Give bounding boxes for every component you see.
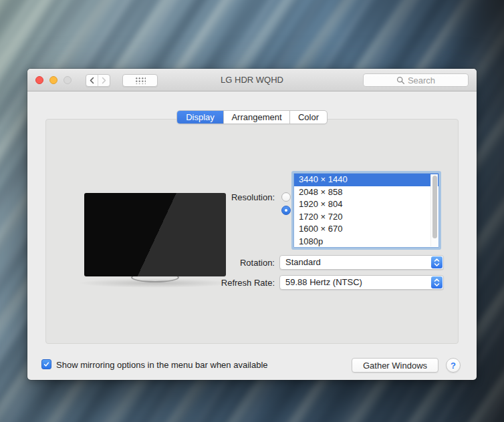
resolution-option[interactable]: 1920 × 804 xyxy=(294,198,438,211)
zoom-button-disabled xyxy=(64,76,72,84)
help-button[interactable]: ? xyxy=(446,358,461,373)
popup-stepper xyxy=(431,256,443,268)
rotation-value: Standard xyxy=(285,257,321,267)
resolution-option[interactable]: 2048 × 858 xyxy=(294,186,438,199)
search-input[interactable]: Search xyxy=(363,73,469,87)
resolution-listbox: 3440 × 1440 2048 × 858 1920 × 804 1720 ×… xyxy=(293,173,439,248)
chevron-up-down-icon xyxy=(433,277,440,288)
tab-display[interactable]: Display xyxy=(177,111,223,124)
scrollbar[interactable] xyxy=(430,174,438,246)
minimize-button[interactable] xyxy=(49,76,57,84)
monitor-illustration xyxy=(84,193,226,276)
resolution-option[interactable]: 3440 × 1440 xyxy=(294,174,438,186)
tab-color[interactable]: Color xyxy=(289,111,327,124)
gather-windows-button[interactable]: Gather Windows xyxy=(352,358,438,373)
titlebar[interactable]: LG HDR WQHD Search xyxy=(27,69,477,91)
close-button[interactable] xyxy=(35,76,43,84)
refresh-rate-label: Refresh Rate: xyxy=(168,278,275,288)
back-button[interactable] xyxy=(86,75,98,86)
history-nav-group xyxy=(86,74,110,87)
scrollbar-thumb[interactable] xyxy=(432,176,437,238)
radio-scaled[interactable] xyxy=(281,206,291,215)
forward-button[interactable] xyxy=(98,75,110,86)
chevron-right-icon xyxy=(101,77,107,84)
mirroring-checkbox[interactable] xyxy=(41,359,51,369)
refresh-rate-value: 59.88 Hertz (NTSC) xyxy=(285,277,362,287)
mirroring-checkbox-label[interactable]: Show mirroring options in the menu bar w… xyxy=(56,360,268,370)
search-placeholder: Search xyxy=(408,75,435,85)
radio-default-for-display[interactable] xyxy=(281,192,291,202)
chevron-up-down-icon xyxy=(433,257,440,268)
resolution-option[interactable]: 1080p xyxy=(294,236,438,248)
check-icon xyxy=(43,361,50,368)
tab-bar: Display Arrangement Color xyxy=(176,110,328,124)
resolution-option[interactable]: 1720 × 720 xyxy=(294,211,438,224)
resolution-option[interactable]: 1600 × 670 xyxy=(294,223,438,236)
display-tab-panel: Resolution: Default for display Scaled 3… xyxy=(45,119,459,344)
chevron-left-icon xyxy=(89,77,95,84)
show-all-button[interactable] xyxy=(122,74,158,87)
popup-stepper xyxy=(431,276,443,288)
displays-preferences-window: LG HDR WQHD Search Display Arrangement C… xyxy=(27,69,477,380)
refresh-rate-popup[interactable]: 59.88 Hertz (NTSC) xyxy=(279,275,444,290)
grid-icon xyxy=(135,77,146,84)
search-icon xyxy=(396,76,405,85)
tab-arrangement[interactable]: Arrangement xyxy=(223,111,289,124)
rotation-popup[interactable]: Standard xyxy=(279,255,444,270)
